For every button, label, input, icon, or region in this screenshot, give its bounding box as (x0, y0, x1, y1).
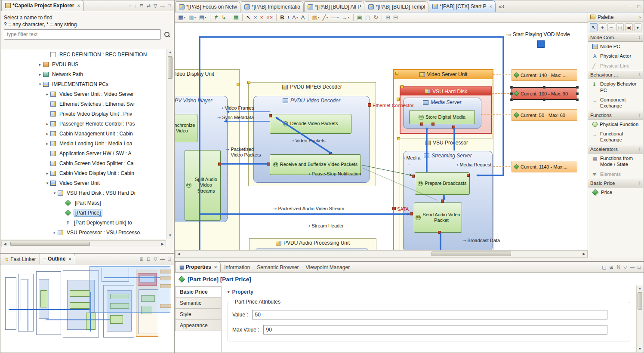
grid-button[interactable]: ⊞ (384, 13, 391, 22)
selection-handle[interactable] (543, 86, 545, 89)
price-badge[interactable]: Current: 50 - Max: 60 (512, 109, 577, 121)
search-icon[interactable] (164, 31, 170, 38)
view-menu-button[interactable]: ▽ (623, 265, 627, 270)
property-section-header[interactable]: ▾ Property (228, 289, 630, 295)
palette-item[interactable]: Functions from Mode / State (588, 153, 643, 169)
palette-item[interactable]: Component Exchange (588, 95, 643, 111)
close-icon[interactable]: × (68, 256, 71, 261)
tree-collapsed-arrow-icon[interactable]: ▸ (44, 132, 50, 136)
port-label-ethernet-connector[interactable]: Ethernet Connector (368, 103, 413, 108)
port-label-sata[interactable]: SATA (392, 206, 409, 212)
pin-view-button[interactable]: ⇅ (616, 265, 620, 270)
edge-label-packetized-video-packets[interactable]: Packetized Video Packets (226, 147, 263, 158)
selection-handle[interactable] (510, 92, 513, 95)
tree-item[interactable]: ▸Cabin Video Display Unit : Cabin (1, 168, 166, 178)
line-style-button[interactable]: —▾ (330, 13, 340, 22)
minimize-button[interactable]: — (630, 265, 635, 270)
select-tool[interactable]: ↖ (590, 23, 598, 31)
tree-collapsed-arrow-icon[interactable]: ▸ (44, 141, 50, 146)
tree-item[interactable]: ▾IMPLEMENTATION PCs (1, 79, 166, 89)
node-synchronize-video[interactable]: Synchronize Video (175, 114, 197, 142)
scroll-down-icon[interactable]: ▼ (167, 233, 173, 239)
node-store-digital-media[interactable]: Store Digital Media (409, 110, 475, 124)
edge-label-video-packets[interactable]: Video Packets (290, 138, 326, 144)
price-badge[interactable]: Current: 140 - Max: ... (512, 69, 577, 81)
tab-overflow-chevron[interactable]: »3 (499, 4, 504, 9)
node-send-audio-video-packet[interactable]: Send Audio Video Packet (414, 203, 462, 233)
palette-item[interactable]: Functional Exchange (588, 129, 643, 145)
field-input[interactable] (263, 325, 607, 335)
tab-outline[interactable]: Outline × (40, 253, 75, 264)
palette-section-header[interactable]: Basic Price⇕ (588, 179, 643, 187)
minimize-button[interactable]: — (160, 3, 165, 8)
scroll-up-icon[interactable]: ▲ (167, 49, 173, 55)
tab-fast-linker[interactable]: Fast Linker (1, 254, 40, 264)
side-tab-style[interactable]: Style (175, 309, 221, 320)
tab-viewpoint-manager[interactable]: Viewpoint Manager (302, 262, 354, 272)
note-tool[interactable]: ▤ (616, 23, 624, 31)
maximize-button[interactable]: □ (638, 265, 641, 270)
tree-item[interactable]: ▸Media Loading Unit : Media Loa (1, 138, 166, 148)
palette-section-header[interactable]: Accelerators⇕ (588, 145, 643, 153)
node-decode-video-packets[interactable]: Decode Video Packets (270, 114, 351, 134)
tree-collapsed-arrow-icon[interactable]: ▸ (37, 62, 43, 67)
edge-label-media-truncated[interactable]: Medi a ... (401, 155, 421, 166)
tree-horizontal-scrollbar[interactable]: ◀ ▶ (1, 240, 166, 247)
edge-label-stream-header[interactable]: Stream Header (307, 223, 344, 229)
close-icon[interactable]: × (490, 4, 492, 9)
tree-collapsed-arrow-icon[interactable]: ▸ (37, 72, 43, 77)
palette-item[interactable]: Elements (588, 169, 643, 179)
expand-all-button[interactable]: ⊞ (139, 257, 143, 261)
table-button[interactable]: ▦ (232, 13, 240, 22)
selection-handle[interactable] (576, 92, 579, 95)
scroll-right-icon[interactable]: ▶ (159, 241, 166, 247)
scrollbar-thumb[interactable] (10, 242, 90, 246)
editor-tab[interactable]: *[PAB] Focus on Netw (176, 1, 240, 12)
refresh-button[interactable]: ↻ (372, 13, 379, 22)
italic-button[interactable]: I (286, 13, 290, 22)
edge-label-media-request[interactable]: Media Request (455, 162, 491, 168)
tab-information[interactable]: Information (221, 262, 253, 272)
side-tab-semantic[interactable]: Semantic (175, 298, 221, 309)
minimize-button[interactable]: — (160, 257, 165, 261)
tools-menu[interactable]: ▾ (634, 23, 642, 31)
tree-item[interactable]: ▾VSU Hard Disk : VSU Hard Di (1, 188, 166, 198)
tree-item[interactable]: ▸Passenger Remote Control : Pas (1, 119, 166, 129)
image-button[interactable]: ▣ (356, 13, 364, 22)
side-tab-appearance[interactable]: Appearance (175, 320, 221, 331)
palette-item[interactable]: Physical Link (588, 61, 643, 71)
distribute-button[interactable]: ▤▾ (198, 13, 208, 22)
filter-input[interactable] (4, 29, 161, 40)
scroll-down-icon[interactable]: ▼ (637, 346, 643, 352)
tree-item[interactable]: ▸VSU Processor : VSU Processo (1, 227, 166, 237)
tree-item[interactable]: Application Server HW / SW : A (1, 148, 166, 158)
diagram-canvas[interactable]: Video Display Unit PV Video Player Synch… (175, 23, 588, 250)
scenario-state-box[interactable] (537, 40, 545, 48)
maximize-button[interactable]: □ (637, 4, 640, 9)
palette-item[interactable]: Node PC (588, 42, 643, 51)
close-icon[interactable]: × (77, 3, 80, 8)
palette-item[interactable]: Price (588, 187, 643, 197)
snap-button[interactable]: ⊟ (392, 13, 399, 22)
open-new-view-button[interactable]: ▢ (602, 265, 606, 270)
editor-tab[interactable]: *[PAB] [BUILD] All P (304, 1, 364, 12)
up-arrow-button[interactable]: ↑ (129, 3, 131, 8)
scroll-right-icon[interactable]: ▶ (581, 251, 587, 257)
bold-button[interactable]: B (279, 13, 285, 22)
arrow-style-button[interactable]: →▾ (341, 13, 351, 22)
tree-expanded-arrow-icon[interactable]: ▾ (37, 82, 43, 86)
hide-element-button[interactable]: × (253, 13, 259, 22)
scrollbar-thumb[interactable] (638, 292, 642, 310)
tree-vertical-scrollbar[interactable]: ▲ ▼ (166, 49, 173, 239)
collapse-palette-icon[interactable]: ▹ (639, 15, 641, 19)
down-arrow-button[interactable]: ↓ (134, 3, 137, 8)
view-menu-button[interactable]: ▽ (154, 3, 157, 8)
editor-tab[interactable]: *[PAB] [CTX] Start P× (429, 0, 496, 12)
palette-section-header[interactable]: Functions⇕ (588, 111, 643, 120)
edge-label-video-frames[interactable]: Video Frames (220, 105, 254, 111)
selection-handle[interactable] (510, 98, 513, 101)
edge-label-broadcast-data[interactable]: Broadcast Data (462, 238, 500, 243)
editor-tab[interactable]: *[PAB] [BUILD] Templ (365, 1, 428, 12)
zoom-in-tool[interactable]: + (599, 23, 607, 31)
tab-semantic-browser[interactable]: Semantic Browser (253, 262, 302, 272)
